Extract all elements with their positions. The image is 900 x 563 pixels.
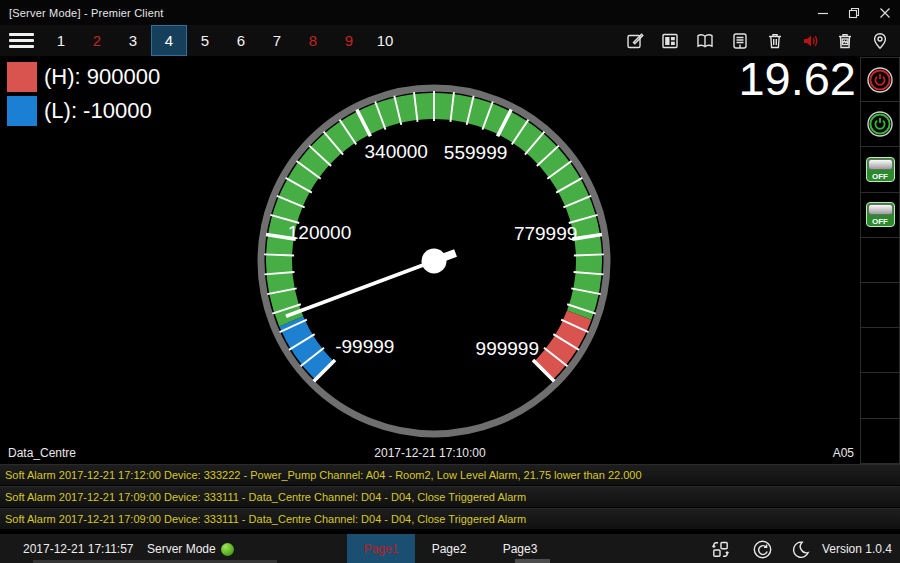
alarm-list: Soft Alarm 2017-12-21 17:12:00 Device: 3… — [0, 464, 900, 530]
tab-5[interactable]: 5 — [187, 25, 223, 56]
toggle-switch-1[interactable]: OFF — [860, 147, 900, 192]
status-bar: 2017-12-21 17:11:57 Server Mode Page1 Pa… — [0, 533, 900, 563]
power-green-icon — [866, 110, 894, 138]
empty-cell — [860, 328, 900, 373]
tab-2[interactable]: 2 — [79, 25, 115, 56]
gauge: -99999120000340000559999779999999999 — [249, 76, 619, 446]
low-limit-row: (L): -10000 — [7, 96, 160, 126]
minimize-icon — [817, 7, 829, 19]
version-label: Version 1.0.4 — [822, 542, 892, 556]
alarm-row[interactable]: Soft Alarm 2017-12-21 17:09:00 Device: 3… — [0, 486, 900, 508]
server-mode-label: Server Mode — [147, 542, 216, 556]
gauge-scale-label: 999999 — [476, 338, 539, 359]
high-limit-swatch — [7, 62, 37, 92]
sync-icon — [752, 539, 773, 560]
empty-cell — [860, 419, 900, 464]
edit-icon — [625, 31, 645, 51]
toggle-off-icon: OFF — [866, 157, 895, 182]
alarm-text: Soft Alarm 2017-12-21 17:09:00 Device: 3… — [0, 491, 526, 503]
gauge-footer: Data_Centre 2017-12-21 17:10:00 A05 — [0, 444, 860, 464]
empty-cell — [860, 373, 900, 418]
tab-3[interactable]: 3 — [115, 25, 151, 56]
power-on-button[interactable] — [860, 102, 900, 147]
empty-cell — [860, 238, 900, 283]
gauge-panel: (H): 900000 (L): -10000 19.62 -999991200… — [0, 57, 860, 464]
alarm-row[interactable]: Soft Alarm 2017-12-21 17:09:00 Device: 3… — [0, 508, 900, 530]
window-title: [Server Mode] - Premier Client — [0, 7, 164, 19]
high-limit-row: (H): 900000 — [7, 62, 160, 92]
empty-cell — [860, 283, 900, 328]
location-pin-icon — [870, 31, 890, 51]
tab-8[interactable]: 8 — [295, 25, 331, 56]
toggle-off-icon: OFF — [866, 202, 895, 227]
gauge-needle — [286, 261, 434, 316]
menu-button[interactable] — [9, 33, 34, 48]
current-value: 19.62 — [738, 51, 856, 106]
app-window: [Server Mode] - Premier Client 1 2 3 4 5 — [0, 0, 900, 563]
high-limit-label: (H): 900000 — [44, 64, 160, 90]
control-sidebar: OFF OFF — [860, 57, 900, 464]
tab-10[interactable]: 10 — [367, 25, 403, 56]
sync-button[interactable] — [752, 539, 773, 563]
channel-name: A05 — [833, 446, 854, 460]
trash-icon — [765, 31, 785, 51]
night-mode-button[interactable] — [790, 539, 811, 563]
swap-layout-icon — [710, 539, 731, 560]
location-button[interactable] — [862, 25, 897, 57]
tab-9[interactable]: 9 — [331, 25, 367, 56]
gauge-scale-label: -99999 — [335, 336, 394, 357]
server-status-indicator — [221, 543, 234, 556]
restore-button[interactable] — [838, 0, 869, 25]
close-icon — [879, 7, 891, 19]
alarm-text: Soft Alarm 2017-12-21 17:09:00 Device: 3… — [0, 513, 526, 525]
tab-1[interactable]: 1 — [43, 25, 79, 56]
tab-7[interactable]: 7 — [259, 25, 295, 56]
snapshot-bin-icon — [835, 31, 855, 51]
swap-layout-button[interactable] — [710, 539, 731, 563]
toggle-switch-2[interactable]: OFF — [860, 193, 900, 238]
layout-panels-button[interactable] — [652, 25, 687, 57]
restore-icon — [848, 7, 860, 19]
gauge-scale-label: 779999 — [514, 223, 577, 244]
limit-legend: (H): 900000 (L): -10000 — [7, 62, 160, 130]
minimize-button[interactable] — [807, 0, 838, 25]
speaker-icon — [800, 31, 820, 51]
status-datetime: 2017-12-21 17:11:57 — [23, 542, 134, 556]
gauge-scale-label: 559999 — [444, 142, 507, 163]
power-off-button[interactable] — [860, 57, 900, 102]
moon-icon — [790, 539, 811, 560]
page2-button[interactable]: Page2 — [415, 534, 483, 563]
layout-panels-icon — [660, 31, 680, 51]
tab-4[interactable]: 4 — [151, 25, 187, 56]
power-red-icon — [866, 66, 894, 94]
alarm-text: Soft Alarm 2017-12-21 17:12:00 Device: 3… — [0, 469, 642, 481]
gauge-scale-label: 340000 — [365, 141, 428, 162]
low-limit-swatch — [7, 96, 37, 126]
report-icon — [730, 31, 750, 51]
edit-button[interactable] — [617, 25, 652, 57]
low-limit-label: (L): -10000 — [44, 98, 152, 124]
logbook-icon — [695, 31, 715, 51]
close-button[interactable] — [869, 0, 900, 25]
tab-6[interactable]: 6 — [223, 25, 259, 56]
bottom-scrollbar-thumb-small[interactable] — [515, 559, 550, 563]
logbook-button[interactable] — [687, 25, 722, 57]
gauge-needle-hub — [422, 249, 447, 274]
gauge-timestamp: 2017-12-21 17:10:00 — [0, 446, 860, 460]
page1-button[interactable]: Page1 — [347, 534, 415, 563]
gauge-scale-label: 120000 — [288, 222, 351, 243]
alarm-row[interactable]: Soft Alarm 2017-12-21 17:12:00 Device: 3… — [0, 464, 900, 486]
title-bar: [Server Mode] - Premier Client — [0, 0, 900, 25]
